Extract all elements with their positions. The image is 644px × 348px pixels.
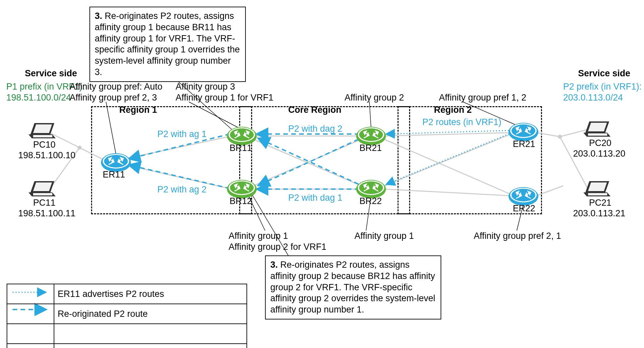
er21-label: ER21 [513,139,535,149]
svg-line-17 [384,189,510,196]
p2-dag1-label: P2 with dag 1 [288,192,343,203]
callout-bottom-lead: 3. [270,260,278,270]
br12-affinity-2: Affinity group 2 for VRF1 [229,242,326,252]
pc21-name: PC21 [589,197,612,208]
svg-point-49 [230,128,254,141]
svg-line-33 [387,133,512,184]
p2-prefix-line2: 203.0.113.0/24 [563,92,623,103]
pc10-ip: 198.51.100.10 [18,150,76,161]
br11-label: BR11 [230,143,252,153]
region1-label: Region 1 [119,104,157,115]
region2-label: Region 2 [434,104,472,115]
svg-point-84 [511,189,535,201]
legend-dashed-icon [7,304,54,324]
pc20-name: PC20 [589,138,612,148]
svg-line-26 [369,102,371,128]
legend-table: ER11 advertises P2 routes Re-originated … [7,284,247,348]
service-side-left: Service side [25,68,77,79]
svg-line-22 [537,186,563,196]
svg-line-24 [189,102,239,128]
br22-affinity: Affinity group 1 [354,231,414,241]
pc21-ip: 203.0.113.21 [573,208,625,219]
svg-point-77 [511,124,535,137]
er22-affinity: Affinity group pref 2, 1 [474,231,561,241]
svg-line-16 [384,134,510,186]
svg-line-23 [106,102,116,154]
pc20-ip: 203.0.113.20 [573,148,625,159]
pc10-name: PC10 [33,139,56,150]
legend-row-1: ER11 advertises P2 routes [7,284,247,304]
legend-row1-text: ER11 advertises P2 routes [54,284,247,304]
svg-point-42 [104,155,128,168]
p2-dag2-label: P2 with dag 2 [288,123,343,134]
legend-row-4 [7,344,247,348]
pc11-icon [28,181,56,196]
svg-point-63 [359,128,383,141]
p2-routes-vrf1-label: P2 routes (in VRF1) [422,117,502,127]
br11-affinity-1: Affinity group 3 [176,81,235,92]
pc20-icon [583,121,611,137]
legend-row2-text: Re-originated P2 route [54,304,247,324]
pc10-icon [28,123,56,138]
p2-ag1-label: P2 with ag 1 [157,129,207,139]
br11-affinity-2: Affinity group 1 for VRF1 [176,92,273,103]
legend-row-2: Re-originated P2 route [7,304,247,324]
callout-bottom-text: Re-originates P2 routes, assigns affinit… [270,260,435,314]
svg-line-14 [384,133,510,136]
pc21-icon [583,181,611,196]
core-region-label: Core Region [288,104,342,115]
svg-line-8 [123,136,232,159]
p2-prefix-line1: P2 prefix (in VRF1): [563,81,642,92]
p1-prefix-line2: 198.51.100.0/24 [6,92,71,103]
svg-line-15 [384,139,510,194]
pc11-ip: 198.51.100.11 [18,208,76,219]
legend-row-3 [7,324,247,344]
p2-ag2-label: P2 with ag 2 [157,184,207,195]
callout-bottom: 3. Re-originates P2 routes, assigns affi… [265,255,441,319]
br21-label: BR21 [359,143,382,153]
er11-label: ER11 [103,169,125,180]
br12-label: BR12 [230,196,252,206]
svg-point-56 [230,181,254,194]
legend-dotted-icon [7,284,54,304]
callout-top-text: Re-originates P2 routes, assigns affinit… [95,11,240,77]
svg-point-70 [359,181,383,194]
service-side-right: Service side [578,68,630,79]
callout-top: 3. Re-originates P2 routes, assigns affi… [89,7,246,82]
svg-line-21 [560,137,588,189]
br21-affinity: Affinity group 2 [345,92,404,103]
callout-top-lead: 3. [95,11,102,21]
er22-label: ER22 [513,203,535,214]
br12-affinity-1: Affinity group 1 [229,231,288,241]
er21-affinity: Affinity group pref 1, 2 [439,92,526,103]
er11-affinity-1: Affinity group pref: Auto [70,81,162,92]
pc11-name: PC11 [33,197,56,208]
svg-line-19 [537,133,560,137]
br22-label: BR22 [359,196,382,206]
er11-affinity-2: Affinity group pref 2, 3 [70,92,157,103]
